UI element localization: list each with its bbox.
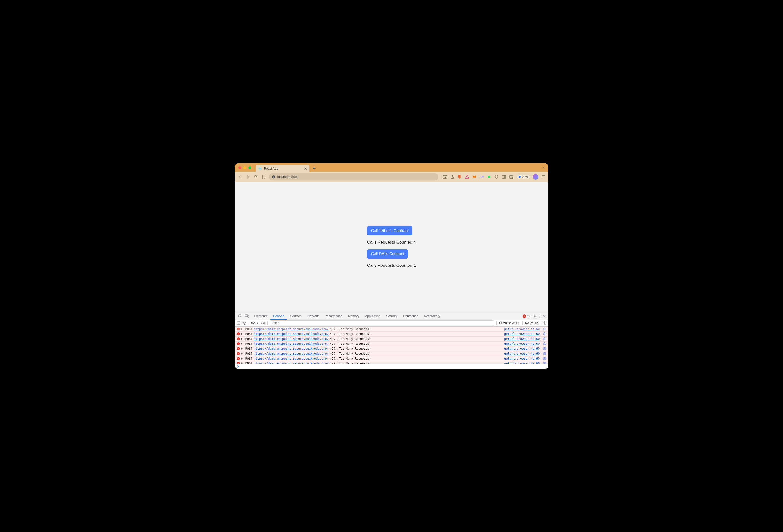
http-method: POST <box>245 347 252 350</box>
clear-console-icon[interactable] <box>243 321 246 325</box>
request-url[interactable]: https://demo-endpoint.secure.quiknode.pr… <box>254 332 328 336</box>
expand-caret-icon[interactable] <box>241 338 244 340</box>
tab-memory[interactable]: Memory <box>345 313 362 320</box>
brave-wallet-button[interactable] <box>465 175 469 179</box>
call-tether-contract-button[interactable]: Call Tether's Contract <box>367 226 412 236</box>
http-method: POST <box>245 342 252 345</box>
expand-caret-icon[interactable] <box>241 328 244 330</box>
http-method: POST <box>245 362 252 364</box>
console-filter-input[interactable] <box>270 320 494 326</box>
window-minimize-button[interactable] <box>243 166 246 169</box>
expand-caret-icon[interactable] <box>241 348 244 350</box>
request-url[interactable]: https://demo-endpoint.secure.quiknode.pr… <box>254 337 328 341</box>
device-toggle-icon[interactable] <box>245 314 249 318</box>
expand-caret-icon[interactable] <box>241 357 244 359</box>
separator <box>249 321 249 325</box>
site-info-icon[interactable] <box>272 175 275 179</box>
vpn-pill[interactable]: VPN <box>516 175 530 179</box>
log-levels-selector[interactable]: Default levels ▼ <box>499 321 520 325</box>
dai-counter: Calls Requests Counter: 1 <box>367 263 416 268</box>
window-controls <box>239 163 256 172</box>
error-icon: ✕ <box>237 347 240 350</box>
request-url[interactable]: https://demo-endpoint.secure.quiknode.pr… <box>254 342 328 345</box>
console-row[interactable]: ✕POST https://demo-endpoint.secure.quikn… <box>235 356 548 361</box>
request-url[interactable]: https://demo-endpoint.secure.quiknode.pr… <box>254 357 328 360</box>
svg-point-17 <box>539 316 540 316</box>
expand-caret-icon[interactable] <box>241 343 244 345</box>
expand-caret-icon[interactable] <box>241 333 244 335</box>
tab-console[interactable]: Console <box>271 313 287 320</box>
source-link[interactable]: geturl-browser.ts:60 <box>504 347 540 350</box>
request-url[interactable]: https://demo-endpoint.secure.quiknode.pr… <box>254 327 328 331</box>
sidebar-toggle-icon[interactable] <box>237 321 241 325</box>
source-link[interactable]: geturl-browser.ts:60 <box>504 337 540 341</box>
request-url[interactable]: https://demo-endpoint.secure.quiknode.pr… <box>254 362 328 364</box>
metamask-button[interactable] <box>472 175 477 179</box>
nav-back-button[interactable] <box>238 174 243 180</box>
tab-overflow-button[interactable] <box>542 163 546 172</box>
tab-application[interactable]: Application <box>363 313 383 320</box>
tab-elements[interactable]: Elements <box>252 313 270 320</box>
extensions-button[interactable] <box>494 175 499 179</box>
gear-icon[interactable] <box>533 314 537 318</box>
expand-caret-icon[interactable] <box>241 363 244 364</box>
browser-menu-button[interactable] <box>541 175 546 179</box>
bookmark-button[interactable] <box>261 174 267 180</box>
pip-button[interactable] <box>443 175 447 179</box>
console-row[interactable]: ✕POST https://demo-endpoint.secure.quikn… <box>235 336 548 341</box>
console-row[interactable]: ✕POST https://demo-endpoint.secure.quikn… <box>235 326 548 332</box>
console-row[interactable]: ✕POST https://demo-endpoint.secure.quikn… <box>235 346 548 351</box>
tab-security[interactable]: Security <box>383 313 400 320</box>
context-selector[interactable]: top ▼ <box>251 321 259 325</box>
source-link[interactable]: geturl-browser.ts:60 <box>504 352 540 355</box>
tab-lighthouse[interactable]: Lighthouse <box>400 313 421 320</box>
tab-recorder[interactable]: Recorder <box>421 313 443 320</box>
call-dai-contract-button[interactable]: Call DAI's Contract <box>367 249 408 259</box>
reload-button[interactable] <box>253 174 259 180</box>
console-prompt[interactable] <box>235 364 548 369</box>
console-row[interactable]: ✕POST https://demo-endpoint.secure.quikn… <box>235 351 548 356</box>
request-url[interactable]: https://demo-endpoint.secure.quiknode.pr… <box>254 352 328 355</box>
gear-icon[interactable] <box>542 321 546 325</box>
extension-purple[interactable] <box>479 175 484 179</box>
devtools-tabbar: Elements Console Sources Network Perform… <box>235 313 548 320</box>
browser-tab[interactable]: React App <box>256 165 309 172</box>
console-row[interactable]: ✕POST https://demo-endpoint.secure.quikn… <box>235 332 548 336</box>
sidebar-button[interactable] <box>502 175 506 179</box>
new-tab-button[interactable] <box>311 165 318 172</box>
tab-network[interactable]: Network <box>305 313 321 320</box>
window-maximize-button[interactable] <box>248 166 251 169</box>
reading-list-button[interactable] <box>509 175 513 179</box>
kebab-icon[interactable] <box>539 314 540 318</box>
profile-avatar[interactable] <box>533 174 538 180</box>
console-row[interactable]: ✕POST https://demo-endpoint.secure.quikn… <box>235 341 548 346</box>
nav-forward-button[interactable] <box>245 174 251 180</box>
window-close-button[interactable] <box>239 166 241 169</box>
share-button[interactable] <box>450 175 455 179</box>
address-bar[interactable]: localhost:3001 <box>269 174 438 180</box>
network-icon <box>543 352 546 355</box>
expand-caret-icon[interactable] <box>241 353 244 354</box>
source-link[interactable]: geturl-browser.ts:60 <box>504 327 540 331</box>
close-icon[interactable] <box>543 315 546 318</box>
brave-shields-button[interactable] <box>458 175 462 179</box>
tab-sources[interactable]: Sources <box>287 313 304 320</box>
error-icon: ✕ <box>237 342 240 345</box>
vpn-status-dot-icon <box>519 176 521 178</box>
request-url[interactable]: https://demo-endpoint.secure.quiknode.pr… <box>254 347 328 350</box>
source-link[interactable]: geturl-browser.ts:60 <box>504 342 540 345</box>
source-link[interactable]: geturl-browser.ts:60 <box>504 362 540 364</box>
extension-green-dot[interactable] <box>487 175 492 179</box>
tab-title: React App <box>264 167 302 170</box>
tab-performance[interactable]: Performance <box>322 313 345 320</box>
http-status: 429 (Too Many Requests) <box>330 357 371 360</box>
issues-status[interactable]: No Issues <box>525 321 538 325</box>
eye-icon[interactable] <box>261 322 265 324</box>
tab-close-icon[interactable] <box>304 167 307 170</box>
source-link[interactable]: geturl-browser.ts:60 <box>504 357 540 360</box>
console-log[interactable]: ✕POST https://demo-endpoint.secure.quikn… <box>235 326 548 364</box>
error-count-badge[interactable]: ✕ 16 <box>523 314 530 318</box>
inspect-icon[interactable] <box>239 314 242 318</box>
console-row[interactable]: ✕POST https://demo-endpoint.secure.quikn… <box>235 361 548 364</box>
source-link[interactable]: geturl-browser.ts:60 <box>504 332 540 336</box>
